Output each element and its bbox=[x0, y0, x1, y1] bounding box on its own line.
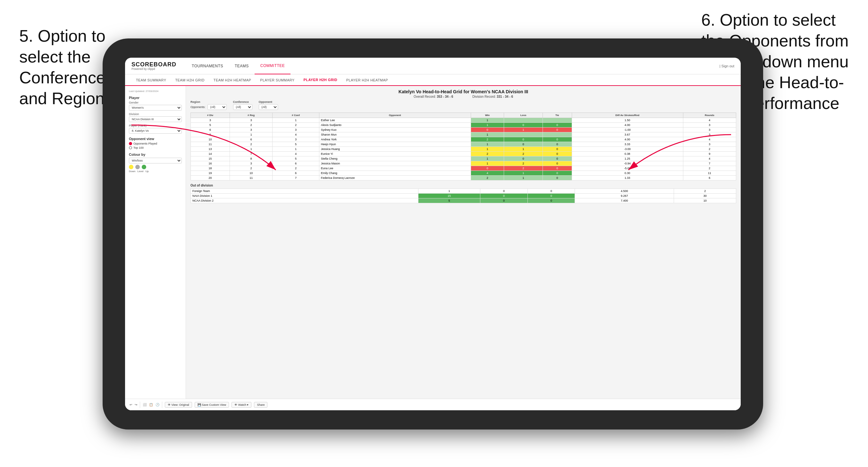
cell-opponent: Sydney Kuo bbox=[319, 128, 471, 132]
cell-tie bbox=[542, 118, 572, 123]
cell-reg: 10 bbox=[230, 171, 273, 176]
table-row: 6 3 3 Sydney Kuo 0 1 0 -1.00 3 bbox=[191, 128, 736, 132]
cell-reg: 1 bbox=[230, 147, 273, 152]
subnav-player-h2h-grid[interactable]: PLAYER H2H GRID bbox=[299, 74, 342, 86]
table-row: 15 8 5 Stella Cheng 1 0 0 1.25 4 bbox=[191, 156, 736, 161]
cell-diff: 1.50 bbox=[572, 118, 683, 123]
cell-diff: 4.00 bbox=[572, 137, 683, 142]
save-custom-view-btn[interactable]: 💾 Save Custom View bbox=[195, 402, 229, 408]
cell-div: 11 bbox=[191, 142, 230, 147]
subnav-player-summary[interactable]: PLAYER SUMMARY bbox=[255, 74, 299, 86]
subnav-team-h2h-grid[interactable]: TEAM H2H GRID bbox=[170, 74, 209, 86]
table-row: 9 1 4 Sharon Mun 1 3.67 3 bbox=[191, 132, 736, 137]
cell-loss: 1 bbox=[504, 147, 542, 152]
cell-win: 2 bbox=[471, 137, 504, 142]
cell-win: 4 bbox=[471, 171, 504, 176]
cell-div: 6 bbox=[191, 128, 230, 132]
radio-top-100[interactable]: Top 100 bbox=[129, 146, 182, 149]
cell-opponent: Sharon Mun bbox=[319, 132, 471, 137]
division-record: Division Record: 331 - 34 - 6 bbox=[472, 95, 513, 98]
cell-div: 13 bbox=[191, 147, 230, 152]
out-cell-tie: 0 bbox=[527, 198, 575, 203]
toolbar-icon-paste[interactable]: 📋 bbox=[149, 403, 153, 406]
colour-up bbox=[142, 165, 146, 169]
region-select[interactable]: (All) bbox=[208, 104, 227, 110]
colour-level bbox=[135, 165, 140, 169]
cell-rounds: 2 bbox=[683, 166, 736, 171]
cell-loss: 1 bbox=[504, 176, 542, 181]
toolbar-icon-copy[interactable]: ⬜ bbox=[143, 403, 147, 406]
cell-diff: 4.00 bbox=[572, 123, 683, 128]
subnav-player-h2h-heatmap[interactable]: PLAYER H2H HEATMAP bbox=[342, 74, 393, 86]
cell-win: 1 bbox=[471, 147, 504, 152]
division-label: Division bbox=[129, 113, 182, 116]
cell-diff: -3.00 bbox=[572, 147, 683, 152]
watch-label: 👁 Watch ▾ bbox=[235, 403, 248, 406]
subnav-team-h2h-heatmap[interactable]: TEAM H2H HEATMAP bbox=[209, 74, 255, 86]
out-cell-rounds: 10 bbox=[674, 198, 736, 203]
out-cell-diff: 4.500 bbox=[575, 189, 674, 194]
filter-group-opponent: Opponent (All) bbox=[259, 100, 278, 110]
right-content: Katelyn Vo Head-to-Head Grid for Women's… bbox=[186, 86, 741, 410]
cell-rounds: 2 bbox=[683, 147, 736, 152]
toolbar-icon-undo[interactable]: ↩ bbox=[129, 403, 132, 406]
cell-loss bbox=[504, 132, 542, 137]
table-row: 19 10 6 Emily Chang 4 1 0 0.30 11 bbox=[191, 171, 736, 176]
top-navigation: SCOREBOARD Powered by clippd TOURNAMENTS… bbox=[125, 58, 741, 74]
table-row: 3 3 1 Esther Lee 1 1.50 4 bbox=[191, 118, 736, 123]
cell-div: 14 bbox=[191, 152, 230, 156]
nav-items: TOURNAMENTS TEAMS COMMITTEE bbox=[186, 58, 290, 74]
tablet-screen: SCOREBOARD Powered by clippd TOURNAMENTS… bbox=[125, 58, 741, 410]
col-conf: # Conf bbox=[273, 113, 319, 118]
out-cell-win: 1 bbox=[418, 189, 480, 194]
table-row: 16 3 6 Jessica Mason 1 2 0 -0.94 7 bbox=[191, 161, 736, 166]
cell-div: 15 bbox=[191, 156, 230, 161]
cell-conf: 5 bbox=[273, 156, 319, 161]
player-rank-select[interactable]: 8. Katelyn Vo bbox=[129, 128, 182, 134]
cell-rounds: 6 bbox=[683, 176, 736, 181]
cell-tie: 0 bbox=[542, 142, 572, 147]
logo-sub: Powered by clippd bbox=[131, 67, 176, 70]
sign-out[interactable]: | Sign out bbox=[719, 64, 734, 68]
radio-opponents-played[interactable]: Opponents Played bbox=[129, 142, 182, 145]
subnav-team-summary[interactable]: TEAM SUMMARY bbox=[131, 74, 170, 86]
cell-opponent: Stella Cheng bbox=[319, 156, 471, 161]
toolbar-icon-redo[interactable]: ↪ bbox=[135, 403, 137, 406]
division-record-label: Division Record: bbox=[472, 95, 496, 98]
out-of-div-title: Out of division bbox=[190, 184, 736, 187]
cell-tie: 0 bbox=[542, 123, 572, 128]
watch-btn[interactable]: 👁 Watch ▾ bbox=[231, 402, 251, 408]
division-select[interactable]: NCAA Division III bbox=[129, 116, 182, 122]
nav-committee[interactable]: COMMITTEE bbox=[255, 58, 291, 74]
cell-opponent: Euna Lee bbox=[319, 166, 471, 171]
radio-dot-top100 bbox=[129, 146, 132, 149]
out-cell-loss: 0 bbox=[480, 198, 528, 203]
out-of-division: Out of division Foreign Team 1 0 0 4.500… bbox=[190, 184, 736, 203]
cell-win: 0 bbox=[471, 128, 504, 132]
cell-reg: 1 bbox=[230, 132, 273, 137]
cell-opponent: Emily Chang bbox=[319, 171, 471, 176]
save-custom-label: 💾 Save Custom View bbox=[197, 403, 226, 406]
cell-loss: 0 bbox=[504, 123, 542, 128]
cell-loss: 1 bbox=[504, 128, 542, 132]
nav-tournaments[interactable]: TOURNAMENTS bbox=[186, 58, 229, 74]
cell-opponent: Andrea York bbox=[319, 137, 471, 142]
conference-select[interactable]: (All) bbox=[233, 104, 252, 110]
cell-reg: 11 bbox=[230, 176, 273, 181]
share-btn[interactable]: Share bbox=[254, 402, 268, 408]
filter-group-conference: Conference (All) bbox=[233, 100, 252, 110]
colour-down-label: Down bbox=[129, 170, 135, 173]
out-cell-tie: 0 bbox=[527, 194, 575, 198]
toolbar-icon-time[interactable]: 🕐 bbox=[156, 403, 159, 406]
sub-navigation: TEAM SUMMARY TEAM H2H GRID TEAM H2H HEAT… bbox=[125, 74, 741, 86]
out-cell-name: Foreign Team bbox=[191, 189, 418, 194]
gender-select[interactable]: Women's bbox=[129, 105, 182, 111]
opponent-select[interactable]: (All) bbox=[259, 104, 278, 110]
cell-diff: 3.33 bbox=[572, 142, 683, 147]
colour-by-select[interactable]: Win/loss bbox=[129, 158, 182, 163]
cell-opponent: Eunice Yi bbox=[319, 152, 471, 156]
grid-title: Katelyn Vo Head-to-Head Grid for Women's… bbox=[190, 89, 736, 94]
nav-teams[interactable]: TEAMS bbox=[229, 58, 255, 74]
view-original-label: 👁 View: Original bbox=[168, 403, 189, 406]
view-original-btn[interactable]: 👁 View: Original bbox=[165, 402, 192, 408]
